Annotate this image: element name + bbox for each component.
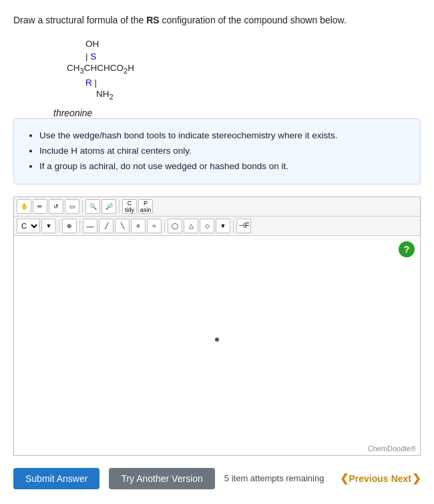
chevron-left-icon: ❮ (340, 472, 349, 485)
previous-button[interactable]: ❮ Previous (340, 472, 389, 485)
oh-group: OH (85, 38, 99, 51)
toolbar-top: ✋ ✏ ↺ ▭ 🔍 🔎 Ctidy Pasin (14, 197, 420, 217)
toolbar-separator-6 (233, 219, 234, 233)
plus-btn[interactable]: ⊕ (62, 219, 77, 233)
chemdoodle-watermark: ChemDoodle® (14, 443, 420, 455)
next-button[interactable]: Next ❯ (391, 472, 421, 485)
rs-label: RS (146, 15, 159, 25)
submit-answer-button[interactable]: Submit Answer (13, 468, 99, 489)
zoom-in-btn[interactable]: 🔍 (85, 199, 100, 214)
navigation-buttons: ❮ Previous Next ❯ (340, 472, 421, 485)
compound-formula: OH | S CH3CHCHCO2H R | NH2 (67, 38, 134, 102)
compound-name: threonine (53, 108, 421, 118)
toolbar-separator-4 (79, 219, 80, 233)
toolbar-separator-3 (59, 219, 59, 233)
bond-wave-btn[interactable]: ≈ (147, 219, 162, 233)
instruction-item-2: Include H atoms at chiral centers only. (39, 144, 408, 159)
vertical-bond-top: | (85, 51, 90, 63)
canvas-area[interactable]: ? (14, 236, 420, 443)
instructions-list: Use the wedge/hash bond tools to indicat… (26, 128, 408, 174)
nh2-group: NH2 (67, 88, 134, 102)
question-text: Draw a structural formula of the RS conf… (13, 13, 421, 27)
bottom-bar: Submit Answer Try Another Version 5 item… (13, 468, 421, 489)
eraser-tool-btn[interactable]: ✏ (33, 199, 47, 214)
instruction-item-3: If a group is achiral, do not use wedged… (39, 159, 408, 174)
bracket-btn[interactable]: ⊣F (236, 219, 251, 233)
next-label: Next (391, 473, 411, 484)
help-button[interactable]: ? (399, 241, 415, 257)
ring-6-btn[interactable]: ◇ (200, 219, 214, 233)
instruction-item-1: Use the wedge/hash bond tools to indicat… (39, 128, 408, 144)
ring-dropdown-btn[interactable]: ▼ (216, 219, 230, 233)
hand-tool-btn[interactable]: ✋ (17, 199, 31, 214)
attempts-remaining-text: 5 item attempts remaining (224, 473, 331, 483)
c-btn[interactable]: Ctidy (122, 199, 137, 214)
chevron-right-icon: ❯ (412, 472, 421, 485)
p-btn[interactable]: Pasin (138, 199, 153, 214)
toolbar-bottom: C H O N ▼ ⊕ — ╱ ╲ ≡ ≈ ◯ △ ◇ ▼ ⊣F (14, 217, 420, 236)
toolbar-separator-1 (82, 200, 83, 213)
marquee-tool-btn[interactable]: ▭ (65, 199, 79, 214)
instructions-box: Use the wedge/hash bond tools to indicat… (13, 118, 421, 184)
chemdoodle-editor: ✋ ✏ ↺ ▭ 🔍 🔎 Ctidy Pasin C H O N ▼ ⊕ — ╱ … (13, 197, 421, 456)
main-chain: CH3CHCHCO2H (67, 62, 134, 76)
previous-label: Previous (349, 473, 389, 484)
canvas-dot (215, 338, 219, 342)
toolbar-separator-5 (164, 219, 165, 233)
toolbar-separator-2 (119, 200, 120, 213)
r-label: R (85, 77, 92, 89)
bond-stereo-btn[interactable]: ╱ (99, 219, 114, 233)
ring-4-btn[interactable]: ◯ (168, 219, 182, 233)
ring-5-btn[interactable]: △ (184, 219, 198, 233)
element-select[interactable]: C H O N (17, 219, 40, 233)
element-dropdown-btn[interactable]: ▼ (41, 219, 56, 233)
bond-hash-btn[interactable]: ≡ (131, 219, 146, 233)
bond-double-btn[interactable]: ╲ (115, 219, 130, 233)
vertical-bond-bottom: | (92, 77, 97, 89)
s-label: S (90, 51, 96, 63)
try-another-version-button[interactable]: Try Another Version (109, 468, 214, 489)
bond-single-btn[interactable]: — (83, 219, 97, 233)
zoom-out-btn[interactable]: 🔎 (101, 199, 116, 214)
lasso-tool-btn[interactable]: ↺ (49, 199, 63, 214)
